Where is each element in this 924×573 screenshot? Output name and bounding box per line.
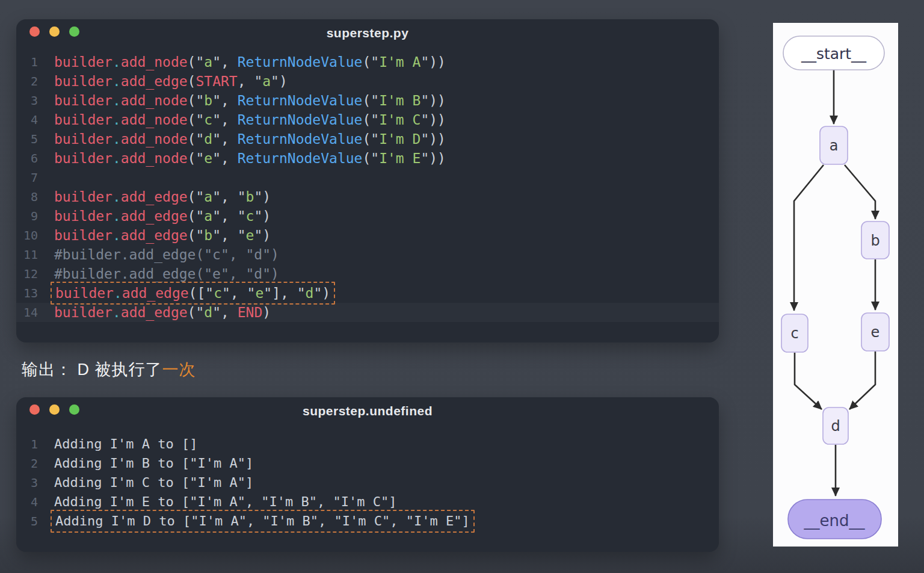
flowchart: __start__ a b c e d __end__ [773,23,898,547]
code-line: 5builder.add_node("d", ReturnNodeValue("… [16,129,719,149]
code-line: 2builder.add_edge(START, "a") [16,72,719,91]
edge-a-c [794,165,824,311]
output-line: 4Adding I'm E to ["I'm A", "I'm B", "I'm… [16,492,719,512]
highlighted-code-text: builder.add_edge(["c", "e"], "d") [51,282,335,305]
output-line: 5Adding I'm D to ["I'm A", "I'm B", "I'm… [16,512,719,531]
node-a-label: a [830,137,839,154]
output-line: 3Adding I'm C to ["I'm A"] [16,473,719,492]
code-text: builder.add_node("e", ReturnNodeValue("I… [54,149,446,168]
code-line: 10builder.add_edge("b", "e") [16,226,719,245]
line-number: 11 [16,245,38,264]
node-e-label: e [871,324,880,341]
code-text: builder.add_edge("a", "c") [54,206,271,226]
code-line: 14builder.add_edge("d", END) [16,303,719,322]
code-text: builder.add_edge("a", "b") [54,187,271,206]
line-number: 14 [16,303,38,322]
code-line: 6builder.add_node("e", ReturnNodeValue("… [16,149,719,168]
code-text: #builder.add_edge("c", "d") [54,245,279,264]
code-line: 8builder.add_edge("a", "b") [16,187,719,206]
window-titlebar: superstep.py [16,19,719,45]
line-number: 4 [16,492,38,512]
graph-panel: __start__ a b c e d __end__ [773,23,898,547]
output-caption: 输出： D 被执行了一次 [22,359,196,380]
output-line: 1Adding I'm A to [] [16,435,719,454]
line-number: 3 [16,91,38,110]
code-line: 12#builder.add_edge("e", "d") [16,264,719,283]
code-text: builder.add_node("a", ReturnNodeValue("I… [54,52,446,72]
line-number: 1 [16,435,38,454]
edge-a-b [845,165,875,219]
node-c-label: c [790,325,798,342]
code-lines: 1builder.add_node("a", ReturnNodeValue("… [16,45,719,322]
line-number: 12 [16,264,38,283]
node-d-label: d [831,418,840,435]
output-text: Adding I'm A to [] [54,435,197,454]
window-title: superstep.py [16,26,719,40]
line-number: 8 [16,187,38,206]
code-text: builder.add_edge("b", "e") [54,226,271,245]
code-text: builder.add_node("c", ReturnNodeValue("I… [54,110,446,129]
line-number: 2 [16,72,38,91]
output-text: Adding I'm B to ["I'm A"] [54,454,253,473]
line-number: 7 [16,168,38,187]
highlighted-output-text: Adding I'm D to ["I'm A", "I'm B", "I'm … [51,510,475,533]
output-lines: 1Adding I'm A to []2Adding I'm B to ["I'… [16,423,719,531]
caption-text: 输出： D 被执行了 [22,361,162,379]
output-line: 2Adding I'm B to ["I'm A"] [16,454,719,473]
code-text: #builder.add_edge("e", "d") [54,264,279,283]
code-line: 9builder.add_edge("a", "c") [16,206,719,226]
output-text: Adding I'm E to ["I'm A", "I'm B", "I'm … [54,492,397,512]
node-b-label: b [870,232,879,249]
line-number: 5 [16,512,38,531]
code-text: builder.add_edge("d", END) [54,303,271,322]
code-line: 11#builder.add_edge("c", "d") [16,245,719,264]
code-text: builder.add_node("d", ReturnNodeValue("I… [54,129,446,149]
code-line: 7 [16,168,719,187]
line-number: 6 [16,149,38,168]
code-line: 3builder.add_node("b", ReturnNodeValue("… [16,91,719,110]
line-number: 13 [16,283,38,303]
line-number: 2 [16,454,38,473]
line-number: 5 [16,129,38,149]
output-window: superstep.undefined 1Adding I'm A to []2… [16,397,719,552]
window-title: superstep.undefined [16,404,719,418]
line-number: 1 [16,52,38,72]
code-window: superstep.py 1builder.add_node("a", Retu… [16,19,719,342]
line-number: 4 [16,110,38,129]
code-line: 4builder.add_node("c", ReturnNodeValue("… [16,110,719,129]
code-line: 1builder.add_node("a", ReturnNodeValue("… [16,52,719,72]
output-text: Adding I'm C to ["I'm A"] [54,473,253,492]
window-titlebar: superstep.undefined [16,397,719,423]
code-line: 13builder.add_edge(["c", "e"], "d") [16,283,719,303]
code-text: builder.add_node("b", ReturnNodeValue("I… [54,91,446,110]
code-text: builder.add_edge(START, "a") [54,72,288,91]
line-number: 3 [16,473,38,492]
line-number: 9 [16,206,38,226]
node-end-label: __end__ [804,512,866,530]
caption-highlight: 一次 [162,361,196,379]
edge-e-d [849,352,875,409]
line-number: 10 [16,226,38,245]
node-start-label: __start__ [801,45,867,63]
edge-c-d [795,353,822,409]
